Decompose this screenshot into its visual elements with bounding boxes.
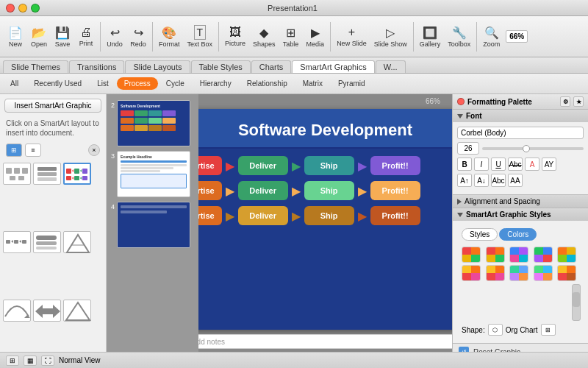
gallery-button[interactable]: 🔲 Gallery bbox=[417, 24, 444, 49]
sa-tab-all[interactable]: All bbox=[3, 77, 26, 90]
new-slide-button[interactable]: + New Slide bbox=[334, 24, 370, 49]
palette-close[interactable] bbox=[457, 98, 465, 105]
strikethrough-button[interactable]: Abc bbox=[508, 158, 523, 171]
box-profit-3[interactable]: Profit!! bbox=[370, 206, 420, 225]
toolbox-button[interactable]: 🔧 Toolbox bbox=[445, 24, 473, 49]
color-swatch-1[interactable] bbox=[462, 247, 481, 263]
color-swatch-3[interactable] bbox=[509, 247, 528, 263]
sa-tab-hierarchy[interactable]: Hierarchy bbox=[193, 77, 239, 90]
shape-icon[interactable]: ⬡ bbox=[488, 324, 503, 336]
colors-tab[interactable]: Colors bbox=[499, 228, 537, 241]
italic-button[interactable]: I bbox=[474, 158, 489, 171]
font-name-display[interactable]: Corbel (Body) bbox=[457, 127, 584, 139]
picture-button[interactable]: 🖼 Picture bbox=[222, 24, 248, 49]
smartart-thumb-1[interactable] bbox=[3, 163, 31, 185]
outline-view-icon[interactable]: ▦ bbox=[24, 355, 37, 366]
sa-tab-cycle[interactable]: Cycle bbox=[159, 77, 192, 90]
smartart-thumb-7[interactable] bbox=[3, 300, 31, 322]
close-panel-button[interactable]: × bbox=[88, 144, 100, 156]
font-size-display[interactable]: 26 bbox=[457, 142, 479, 155]
font-size-slider[interactable] bbox=[482, 147, 584, 150]
box-profit-1[interactable]: Profit!! bbox=[370, 156, 420, 175]
slides-panel-icon[interactable]: ⊞ bbox=[6, 355, 19, 366]
decrease-size-button[interactable]: A↓ bbox=[474, 174, 489, 187]
slide-thumb-2[interactable]: 2 Software Development bbox=[111, 100, 194, 146]
font-section-header[interactable]: Font bbox=[453, 110, 588, 122]
tab-charts[interactable]: Charts bbox=[251, 60, 291, 73]
slide-thumb-4[interactable]: 4 bbox=[111, 202, 194, 248]
palette-star-icon[interactable]: ★ bbox=[573, 96, 584, 107]
minimize-button[interactable] bbox=[18, 4, 27, 13]
color-scrollbar[interactable] bbox=[572, 284, 581, 321]
new-button[interactable]: 📄 New bbox=[4, 24, 26, 49]
tab-slide-themes[interactable]: Slide Themes bbox=[3, 60, 68, 73]
grid-view-button[interactable]: ⊞ bbox=[6, 144, 22, 157]
smartart-thumb-5[interactable] bbox=[33, 231, 61, 253]
tab-smartart-graphics[interactable]: SmartArt Graphics bbox=[292, 60, 374, 73]
tab-slide-layouts[interactable]: Slide Layouts bbox=[125, 60, 190, 73]
bold-button[interactable]: B bbox=[457, 158, 472, 171]
clear-format-button[interactable]: Abc bbox=[491, 174, 506, 187]
redo-button[interactable]: ↪ Redo bbox=[127, 24, 149, 49]
box-deliver-3[interactable]: Deliver bbox=[238, 206, 288, 225]
slide-show-button[interactable]: ▷ Slide Show bbox=[371, 24, 410, 49]
save-button[interactable]: 💾 Save bbox=[51, 24, 74, 49]
smartart-styles-header[interactable]: SmartArt Graphic Styles bbox=[453, 208, 588, 221]
zoom-button[interactable]: 🔍 Zoom bbox=[480, 24, 503, 49]
tab-w[interactable]: W... bbox=[376, 60, 406, 73]
box-ship-3[interactable]: Ship bbox=[304, 206, 354, 225]
box-profit-2[interactable]: Profit!! bbox=[370, 181, 420, 200]
box-deliver-2[interactable]: Deliver bbox=[238, 181, 288, 200]
sa-tab-list[interactable]: List bbox=[90, 77, 116, 90]
color-swatch-7[interactable] bbox=[486, 265, 505, 281]
list-view-button[interactable]: ≡ bbox=[25, 144, 41, 157]
sa-tab-pyramid[interactable]: Pyramid bbox=[331, 77, 373, 90]
box-ship-1[interactable]: Ship bbox=[304, 156, 354, 175]
palette-settings-icon[interactable]: ⚙ bbox=[560, 96, 570, 107]
maximize-button[interactable] bbox=[31, 4, 40, 13]
tab-transitions[interactable]: Transitions bbox=[69, 60, 124, 73]
styles-tab[interactable]: Styles bbox=[462, 228, 498, 241]
box-ship-2[interactable]: Ship bbox=[304, 181, 354, 200]
print-button[interactable]: 🖨 Print bbox=[75, 24, 97, 49]
undo-button[interactable]: ↩ Undo bbox=[104, 24, 126, 49]
tab-table-styles[interactable]: Table Styles bbox=[191, 60, 251, 73]
slide-thumb-3[interactable]: 3 Example Headline bbox=[111, 151, 194, 197]
increase-size-button[interactable]: A↑ bbox=[457, 174, 472, 187]
color-swatch-5[interactable] bbox=[557, 247, 576, 263]
color-swatch-10[interactable] bbox=[557, 265, 576, 281]
alignment-header[interactable]: Alignment and Spacing bbox=[453, 195, 588, 208]
sa-tab-relationship[interactable]: Relationship bbox=[240, 77, 295, 90]
smartart-thumb-6[interactable] bbox=[63, 231, 91, 253]
smartart-thumb-2[interactable] bbox=[33, 163, 61, 185]
sa-tab-process[interactable]: Process bbox=[117, 77, 158, 90]
close-button[interactable] bbox=[6, 4, 15, 13]
textbox-button[interactable]: T Text Box bbox=[184, 24, 216, 49]
open-button[interactable]: 📂 Open bbox=[28, 24, 50, 49]
color-swatch-2[interactable] bbox=[486, 247, 505, 263]
sa-tab-matrix[interactable]: Matrix bbox=[295, 77, 330, 90]
all-caps-button[interactable]: AA bbox=[508, 174, 523, 187]
color-swatch-8[interactable] bbox=[509, 265, 528, 281]
table-button[interactable]: ⊞ Table bbox=[280, 24, 302, 49]
main-slide[interactable]: Software Development Advertise ▶ Deliver… bbox=[160, 109, 453, 330]
normal-view-icon[interactable]: ⛶ bbox=[41, 355, 54, 366]
font-effects-button[interactable]: AY bbox=[542, 158, 556, 171]
underline-button[interactable]: U bbox=[491, 158, 506, 171]
box-deliver-1[interactable]: Deliver bbox=[238, 156, 288, 175]
smartart-thumb-4[interactable] bbox=[3, 231, 31, 253]
sa-tab-recently-used[interactable]: Recently Used bbox=[26, 77, 89, 90]
color-swatch-6[interactable] bbox=[462, 265, 481, 281]
smartart-thumb-8[interactable] bbox=[33, 300, 61, 322]
media-button[interactable]: ▶ Media bbox=[304, 24, 328, 49]
notes-area[interactable]: Click to add notes bbox=[160, 334, 453, 349]
insert-smartart-button[interactable]: Insert SmartArt Graphic bbox=[4, 99, 101, 113]
smartart-thumb-3[interactable] bbox=[63, 163, 91, 185]
color-swatch-9[interactable] bbox=[534, 265, 553, 281]
shape-type-icon[interactable]: ⊞ bbox=[541, 324, 556, 336]
format-button[interactable]: 🎨 Format bbox=[156, 24, 183, 49]
shapes-button[interactable]: ◆ Shapes bbox=[250, 24, 279, 49]
smartart-thumb-9[interactable] bbox=[63, 300, 91, 322]
font-color-a-button[interactable]: A bbox=[525, 158, 539, 171]
color-swatch-4[interactable] bbox=[534, 247, 553, 263]
